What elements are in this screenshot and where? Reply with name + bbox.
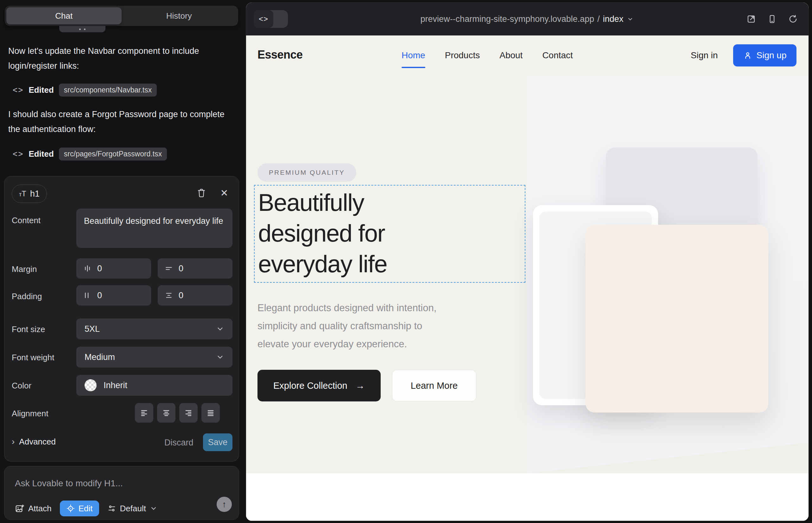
discard-button[interactable]: Discard [164,438,194,448]
chevron-right-icon: › [12,437,15,447]
tab-chat[interactable]: Chat [6,7,122,24]
attach-button[interactable]: Attach [15,504,52,513]
padding-y-value: 0 [179,291,183,301]
align-justify-button[interactable] [201,403,220,422]
default-mode-dropdown[interactable]: Default [107,504,157,513]
font-size-value: 5XL [85,324,100,334]
preview-browser-frame: preview--charming-site-symphony.lovable.… [246,2,809,521]
code-preview-toggle[interactable]: <> [254,10,288,28]
refresh-button[interactable] [788,14,798,24]
nav-home[interactable]: Home [402,50,425,60]
chat-history-tabbar: Chat History [5,6,238,26]
selected-element-pill[interactable]: тT h1 [12,184,47,203]
hero-headline: Beautifully designed for everyday life [258,187,387,279]
padding-x-value: 0 [97,291,102,301]
nav-contact[interactable]: Contact [542,50,573,60]
site-logo[interactable]: Essence [258,48,303,61]
code-icon: <> [13,149,23,159]
chevron-down-icon [150,505,157,512]
align-right-button[interactable] [179,403,198,422]
lovable-sidebar: Chat History Now let's update the Navbar… [0,0,246,523]
user-icon [743,51,752,60]
composer-toolbar: Attach Edit [15,501,157,516]
align-left-button[interactable] [135,403,153,422]
element-tag-label: h1 [30,189,40,199]
sign-up-button[interactable]: Sign up [733,44,796,67]
margin-x-input[interactable]: 0 [76,258,151,278]
margin-y-input[interactable]: 0 [158,258,232,278]
element-editor-panel: тT h1 ✕ Content Beautifully designed for… [4,176,239,462]
mobile-view-button[interactable] [767,14,777,24]
learn-more-button[interactable]: Learn More [392,370,476,401]
url-page: index [603,14,623,24]
topbar-actions [746,2,798,35]
color-value: Inherit [104,381,127,390]
chat-message: I should also create a Forgot Password p… [8,107,232,137]
refresh-icon [788,14,798,24]
margin-label: Margin [12,264,37,274]
site-nav-links: Home Products About Contact [402,50,573,60]
alignment-label: Alignment [12,409,49,418]
nav-products[interactable]: Products [445,50,480,60]
attach-label: Attach [28,504,52,513]
font-weight-select[interactable]: Medium [76,347,232,367]
target-icon [66,504,75,513]
url-domain: preview--charming-site-symphony.lovable.… [421,14,595,24]
font-weight-value: Medium [85,353,115,362]
file-chip-navbar[interactable]: src/components/Navbar.tsx [59,84,157,96]
margin-x-icon [83,264,91,273]
edited-label: Edited [29,85,54,95]
premium-quality-badge: PREMIUM QUALITY [258,163,356,182]
content-input[interactable]: Beautifully designed for everyday life [76,209,232,248]
padding-y-input[interactable]: 0 [158,285,232,306]
url-dropdown[interactable]: preview--charming-site-symphony.lovable.… [246,2,809,35]
sign-in-link[interactable]: Sign in [691,50,718,60]
tab-history[interactable]: History [122,7,237,24]
delete-element-button[interactable] [194,186,208,200]
alignment-buttons [135,403,220,422]
attach-image-icon [15,504,24,513]
code-icon: <> [13,85,23,95]
url-separator: / [597,14,600,24]
close-editor-button[interactable]: ✕ [217,186,231,200]
edited-file-row: <> Edited src/pages/ForgotPassword.tsx [13,146,167,161]
sign-up-label: Sign up [757,50,787,60]
selected-h1-outline[interactable]: Beautifully designed for everyday life [254,185,525,283]
open-external-button[interactable] [746,14,756,24]
send-button[interactable]: ↑ [217,497,232,512]
explore-collection-label: Explore Collection [273,381,348,391]
code-brackets-icon: <> [254,10,273,28]
font-size-select[interactable]: 5XL [76,319,232,339]
align-center-button[interactable] [157,403,175,422]
padding-x-input[interactable]: 0 [76,285,151,306]
preview-site: Essence Home Products About Contact Sign… [246,35,809,521]
composer-input[interactable]: Ask Lovable to modify H1... [15,479,123,488]
hero-description: Elegant products designed with intention… [258,299,436,353]
advanced-toggle[interactable]: › Advanced [12,437,56,447]
advanced-label: Advanced [19,437,56,447]
padding-label: Padding [12,292,42,301]
chat-message: Now let's update the Navbar component to… [8,44,232,73]
default-label: Default [120,504,146,513]
preview-topbar: preview--charming-site-symphony.lovable.… [246,2,809,35]
edit-label: Edit [78,504,93,513]
edited-label: Edited [29,149,54,159]
padding-x-icon [83,291,91,300]
margin-y-icon [165,264,173,273]
close-icon: ✕ [220,187,228,198]
nav-about[interactable]: About [499,50,523,60]
clipped-scrolled-pill [59,26,105,32]
color-label: Color [12,381,31,391]
edit-mode-button[interactable]: Edit [60,501,99,516]
margin-y-value: 0 [179,264,183,273]
file-chip-forgotpassword[interactable]: src/pages/ForgotPassword.tsx [59,147,167,161]
mobile-phone-icon [767,14,777,24]
arrow-up-icon: ↑ [222,500,226,509]
next-section [246,473,809,521]
explore-collection-button[interactable]: Explore Collection → [258,370,381,401]
color-select[interactable]: Inherit [76,375,232,396]
text-type-icon: тT [19,189,26,198]
save-button[interactable]: Save [203,433,232,451]
hero-cta-row: Explore Collection → Learn More [258,370,476,401]
font-weight-label: Font weight [12,353,54,362]
